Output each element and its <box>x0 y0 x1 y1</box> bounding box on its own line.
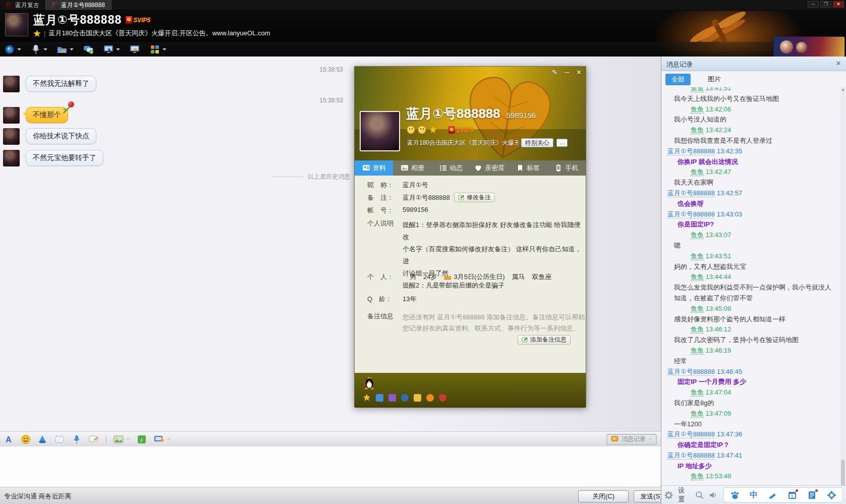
coin-icon[interactable] <box>426 394 434 402</box>
emoji-badge-icon[interactable] <box>407 126 415 134</box>
edit-remark-button[interactable]: 修改备注 <box>454 193 495 202</box>
history-sender-line[interactable]: 鱼鱼 13:41:51 <box>661 87 841 94</box>
profile-tab-相册[interactable]: 相册 <box>393 160 431 176</box>
music-share-icon[interactable]: ♪ <box>137 434 147 444</box>
svip-badge[interactable]: 年 SVIP5 <box>126 16 150 24</box>
profile-tab-资料[interactable]: 资料 <box>355 160 393 176</box>
history-sender-line[interactable]: 蓝月①号888888 13:42:35 <box>661 146 841 157</box>
svip-badge[interactable]: 年 SVIP5 <box>448 126 473 134</box>
message-bubble[interactable]: 你给技术说下快点 <box>26 128 96 144</box>
sender-avatar[interactable] <box>3 107 20 124</box>
emoji-icon[interactable] <box>21 434 31 444</box>
history-sender-line[interactable]: 鱼鱼 13:42:06 <box>661 104 841 115</box>
sender-name[interactable]: 鱼鱼 <box>691 105 704 114</box>
close-chat-button[interactable]: 关闭(C) <box>578 490 629 502</box>
close-history-panel-icon[interactable]: ✕ <box>834 59 843 68</box>
maximize-button[interactable]: ❐ <box>820 1 831 8</box>
profile-tab-亲密度[interactable]: 亲密度 <box>470 160 509 176</box>
sender-name[interactable]: 鱼鱼 <box>691 410 704 418</box>
doodle-icon[interactable] <box>88 434 99 444</box>
message-bubble[interactable]: 不懂那个 <box>26 107 68 123</box>
history-sender-line[interactable]: 鱼鱼 13:47:04 <box>661 387 841 398</box>
video-call-button[interactable] <box>4 44 21 55</box>
friends-net-icon[interactable] <box>388 394 396 402</box>
message-history-toggle-button[interactable]: 消息记录 <box>606 434 657 445</box>
star-service-icon[interactable] <box>363 394 371 402</box>
sender-name[interactable]: 鱼鱼 <box>691 305 704 313</box>
history-sender-line[interactable]: 鱼鱼 13:44:44 <box>661 272 841 283</box>
window-shake-icon[interactable] <box>37 434 47 444</box>
profile-avatar[interactable] <box>360 111 400 151</box>
history-scrollbar[interactable]: ▲ ▼ <box>840 87 845 504</box>
history-sender-line[interactable]: 鱼鱼 13:46:19 <box>661 346 841 356</box>
qzone-icon[interactable] <box>376 394 383 402</box>
sender-avatar[interactable] <box>3 150 20 166</box>
history-sender-line[interactable]: 鱼鱼 13:53:48 <box>661 471 841 482</box>
sender-name[interactable]: 鱼鱼 <box>691 126 704 134</box>
history-sender-line[interactable]: 蓝月①号888888 13:47:41 <box>661 451 841 461</box>
minimize-button[interactable]: ─ <box>808 1 819 8</box>
history-sender-line[interactable]: 鱼鱼 13:42:24 <box>661 125 841 136</box>
sender-name[interactable]: 鱼鱼 <box>691 231 704 239</box>
sender-name[interactable]: 蓝月①号888888 <box>667 210 715 218</box>
pencil-icon[interactable] <box>768 490 777 500</box>
sender-name[interactable]: 鱼鱼 <box>691 472 704 480</box>
sender-name[interactable]: 鱼鱼 <box>691 168 704 176</box>
close-card-icon[interactable]: ✕ <box>576 69 582 76</box>
panel-gear-icon[interactable] <box>827 490 836 500</box>
special-care-button[interactable]: 特别关心 <box>521 138 553 147</box>
sender-name[interactable]: 鱼鱼 <box>691 325 704 333</box>
sender-name[interactable]: 鱼鱼 <box>691 252 704 260</box>
mail-icon[interactable] <box>414 394 421 402</box>
screen-share-button[interactable] <box>129 44 140 55</box>
history-message-list[interactable]: 鱼鱼 13:41:51我今天上线我的小号又在验证马地图鱼鱼 13:42:06我小… <box>661 87 841 504</box>
apps-button[interactable] <box>149 44 166 55</box>
sender-name[interactable]: 蓝月①号888888 <box>667 189 715 197</box>
history-sender-line[interactable]: 鱼鱼 13:45:08 <box>661 304 841 314</box>
close-window-button[interactable]: ✕ <box>833 1 844 8</box>
chat-tab-lanyue-fugu[interactable]: 蓝月复古 <box>0 0 45 10</box>
history-sender-line[interactable]: 鱼鱼 13:47:09 <box>661 409 841 419</box>
sender-name[interactable]: 蓝月①号888888 <box>667 147 715 155</box>
translate-icon[interactable]: 中 <box>750 490 758 500</box>
message-input[interactable] <box>0 446 661 487</box>
history-sender-line[interactable]: 蓝月①号888888 13:43:03 <box>661 209 841 220</box>
profile-tab-手机[interactable]: 手机 <box>547 160 586 176</box>
friend-avatar[interactable] <box>5 13 28 36</box>
history-sender-line[interactable]: 鱼鱼 13:42:47 <box>661 167 841 178</box>
scroll-up-icon[interactable]: ▲ <box>841 87 845 92</box>
message-bubble[interactable]: 不然元宝他要转手了 <box>26 150 103 166</box>
history-sender-line[interactable]: 鱼鱼 13:43:51 <box>661 251 841 262</box>
speaker-icon[interactable] <box>709 490 717 500</box>
search-icon[interactable] <box>695 490 704 500</box>
sender-name[interactable]: 鱼鱼 <box>691 87 704 92</box>
history-sender-line[interactable]: 鱼鱼 13:46:12 <box>661 324 841 335</box>
font-style-icon[interactable]: A <box>4 434 14 444</box>
sender-avatar[interactable] <box>3 128 20 145</box>
profile-tab-动态[interactable]: 动态 <box>432 160 470 176</box>
create-session-button[interactable] <box>83 44 94 55</box>
voice-call-button[interactable] <box>30 44 47 55</box>
star-badge-icon[interactable] <box>429 126 437 134</box>
file-transfer-button[interactable] <box>57 44 74 55</box>
history-sender-line[interactable]: 鱼鱼 13:43:07 <box>661 230 841 241</box>
add-note-button[interactable]: 添加备注信息 <box>518 335 571 345</box>
paw-icon[interactable] <box>730 490 740 500</box>
tab-all[interactable]: 全部 <box>665 74 691 85</box>
voice-message-icon[interactable] <box>72 434 82 444</box>
sender-name[interactable]: 鱼鱼 <box>691 347 704 355</box>
screen-record-button[interactable] <box>153 434 171 444</box>
honor-badge-icon[interactable] <box>439 394 446 402</box>
sender-name[interactable]: 鱼鱼 <box>691 273 704 281</box>
send-image-button[interactable] <box>113 434 130 444</box>
emoji-badge-icon[interactable] <box>418 126 426 134</box>
remote-desktop-button[interactable] <box>103 44 120 55</box>
settings-label[interactable]: 设置 <box>678 486 690 504</box>
minimize-card-icon[interactable]: ─ <box>565 69 569 76</box>
sender-name[interactable]: 蓝月①号888888 <box>667 368 715 376</box>
notes-icon[interactable] <box>807 490 817 500</box>
settings-gear-icon[interactable] <box>664 490 673 500</box>
more-options-icon[interactable]: … <box>556 139 568 147</box>
message-bubble[interactable]: 不然我无法解释了 <box>26 76 96 92</box>
history-sender-line[interactable]: 蓝月①号888888 13:47:36 <box>661 429 841 440</box>
